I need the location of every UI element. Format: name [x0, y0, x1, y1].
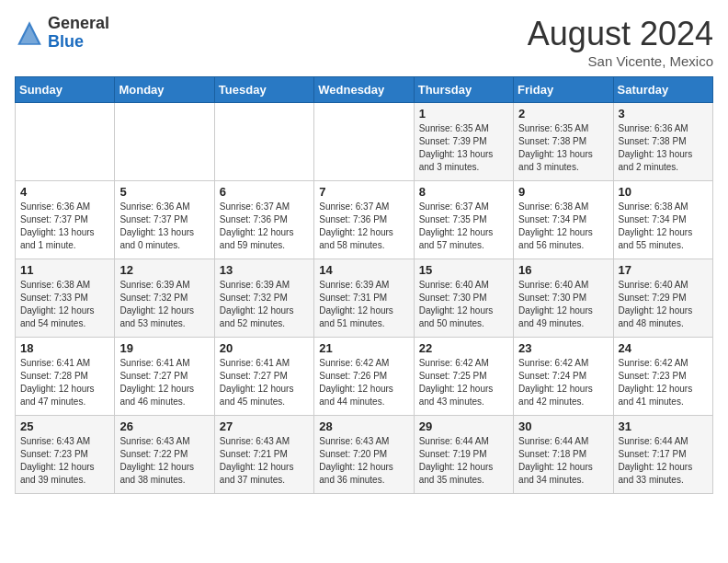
day-number: 3: [619, 107, 708, 121]
day-number: 18: [20, 341, 109, 355]
calendar-cell: 31Sunrise: 6:44 AM Sunset: 7:17 PM Dayli…: [613, 416, 712, 494]
day-detail: Sunrise: 6:41 AM Sunset: 7:27 PM Dayligh…: [119, 357, 209, 408]
col-header-monday: Monday: [115, 77, 214, 103]
location: San Vicente, Mexico: [528, 53, 713, 69]
calendar-week-4: 18Sunrise: 6:41 AM Sunset: 7:28 PM Dayli…: [16, 338, 713, 416]
day-detail: Sunrise: 6:44 AM Sunset: 7:19 PM Dayligh…: [419, 435, 508, 487]
day-number: 22: [419, 341, 508, 355]
day-number: 13: [220, 263, 309, 277]
day-number: 14: [319, 263, 408, 277]
day-detail: Sunrise: 6:43 AM Sunset: 7:23 PM Dayligh…: [20, 435, 109, 487]
day-number: 4: [20, 185, 109, 199]
col-header-friday: Friday: [514, 77, 613, 103]
calendar-cell: 25Sunrise: 6:43 AM Sunset: 7:23 PM Dayli…: [16, 416, 115, 494]
calendar-cell: 23Sunrise: 6:42 AM Sunset: 7:24 PM Dayli…: [514, 338, 613, 416]
day-detail: Sunrise: 6:44 AM Sunset: 7:18 PM Dayligh…: [518, 435, 608, 487]
day-detail: Sunrise: 6:43 AM Sunset: 7:21 PM Dayligh…: [220, 435, 309, 487]
calendar-cell: 1Sunrise: 6:35 AM Sunset: 7:39 PM Daylig…: [414, 103, 513, 181]
calendar-cell: 4Sunrise: 6:36 AM Sunset: 7:37 PM Daylig…: [16, 181, 115, 259]
day-number: 23: [518, 341, 608, 355]
calendar-week-1: 1Sunrise: 6:35 AM Sunset: 7:39 PM Daylig…: [16, 103, 713, 181]
day-number: 26: [119, 419, 209, 433]
day-detail: Sunrise: 6:42 AM Sunset: 7:23 PM Dayligh…: [619, 357, 708, 408]
calendar-cell: 2Sunrise: 6:35 AM Sunset: 7:38 PM Daylig…: [514, 103, 613, 181]
day-detail: Sunrise: 6:44 AM Sunset: 7:17 PM Dayligh…: [619, 435, 708, 487]
calendar-cell: [314, 103, 414, 181]
day-detail: Sunrise: 6:37 AM Sunset: 7:36 PM Dayligh…: [220, 201, 309, 252]
calendar-cell: 9Sunrise: 6:38 AM Sunset: 7:34 PM Daylig…: [514, 181, 613, 259]
day-number: 29: [419, 419, 508, 433]
calendar-cell: 21Sunrise: 6:42 AM Sunset: 7:26 PM Dayli…: [314, 338, 414, 416]
calendar-week-2: 4Sunrise: 6:36 AM Sunset: 7:37 PM Daylig…: [16, 181, 713, 259]
calendar-cell: 14Sunrise: 6:39 AM Sunset: 7:31 PM Dayli…: [314, 259, 414, 338]
calendar-cell: [214, 103, 313, 181]
calendar-header-row: SundayMondayTuesdayWednesdayThursdayFrid…: [16, 77, 713, 103]
calendar-week-3: 11Sunrise: 6:38 AM Sunset: 7:33 PM Dayli…: [16, 259, 713, 338]
calendar-cell: 13Sunrise: 6:39 AM Sunset: 7:32 PM Dayli…: [214, 259, 313, 338]
col-header-thursday: Thursday: [414, 77, 513, 103]
calendar-cell: 18Sunrise: 6:41 AM Sunset: 7:28 PM Dayli…: [16, 338, 115, 416]
day-number: 1: [419, 107, 508, 121]
calendar-cell: 19Sunrise: 6:41 AM Sunset: 7:27 PM Dayli…: [115, 338, 214, 416]
calendar-table: SundayMondayTuesdayWednesdayThursdayFrid…: [15, 76, 713, 494]
calendar-cell: 15Sunrise: 6:40 AM Sunset: 7:30 PM Dayli…: [414, 259, 513, 338]
day-detail: Sunrise: 6:42 AM Sunset: 7:25 PM Dayligh…: [419, 357, 508, 408]
day-number: 7: [319, 185, 408, 199]
day-detail: Sunrise: 6:38 AM Sunset: 7:33 PM Dayligh…: [20, 279, 109, 330]
day-number: 8: [419, 185, 508, 199]
day-number: 9: [518, 185, 608, 199]
day-detail: Sunrise: 6:36 AM Sunset: 7:37 PM Dayligh…: [119, 201, 209, 252]
calendar-cell: 3Sunrise: 6:36 AM Sunset: 7:38 PM Daylig…: [613, 103, 712, 181]
month-year: August 2024: [528, 15, 713, 53]
day-detail: Sunrise: 6:41 AM Sunset: 7:27 PM Dayligh…: [220, 357, 309, 408]
logo: General Blue: [15, 15, 109, 52]
calendar-cell: 10Sunrise: 6:38 AM Sunset: 7:34 PM Dayli…: [613, 181, 712, 259]
calendar-cell: 7Sunrise: 6:37 AM Sunset: 7:36 PM Daylig…: [314, 181, 414, 259]
calendar-cell: 26Sunrise: 6:43 AM Sunset: 7:22 PM Dayli…: [115, 416, 214, 494]
day-number: 25: [20, 419, 109, 433]
calendar-week-5: 25Sunrise: 6:43 AM Sunset: 7:23 PM Dayli…: [16, 416, 713, 494]
day-detail: Sunrise: 6:35 AM Sunset: 7:38 PM Dayligh…: [518, 122, 608, 174]
day-number: 24: [619, 341, 708, 355]
day-number: 10: [619, 185, 708, 199]
calendar-cell: 8Sunrise: 6:37 AM Sunset: 7:35 PM Daylig…: [414, 181, 513, 259]
calendar-cell: 11Sunrise: 6:38 AM Sunset: 7:33 PM Dayli…: [16, 259, 115, 338]
day-number: 28: [319, 419, 408, 433]
logo-blue: Blue: [48, 32, 84, 51]
day-detail: Sunrise: 6:43 AM Sunset: 7:20 PM Dayligh…: [319, 435, 408, 487]
day-detail: Sunrise: 6:42 AM Sunset: 7:26 PM Dayligh…: [319, 357, 408, 408]
title-block: August 2024 San Vicente, Mexico: [528, 15, 713, 69]
day-detail: Sunrise: 6:38 AM Sunset: 7:34 PM Dayligh…: [619, 201, 708, 252]
day-number: 6: [220, 185, 309, 199]
day-detail: Sunrise: 6:41 AM Sunset: 7:28 PM Dayligh…: [20, 357, 109, 408]
day-number: 5: [119, 185, 209, 199]
col-header-wednesday: Wednesday: [314, 77, 414, 103]
calendar-cell: 16Sunrise: 6:40 AM Sunset: 7:30 PM Dayli…: [514, 259, 613, 338]
day-detail: Sunrise: 6:42 AM Sunset: 7:24 PM Dayligh…: [518, 357, 608, 408]
day-detail: Sunrise: 6:37 AM Sunset: 7:35 PM Dayligh…: [419, 201, 508, 252]
day-detail: Sunrise: 6:39 AM Sunset: 7:32 PM Dayligh…: [220, 279, 309, 330]
day-detail: Sunrise: 6:35 AM Sunset: 7:39 PM Dayligh…: [419, 122, 508, 174]
day-detail: Sunrise: 6:40 AM Sunset: 7:29 PM Dayligh…: [619, 279, 708, 330]
day-number: 15: [419, 263, 508, 277]
calendar-cell: [115, 103, 214, 181]
day-detail: Sunrise: 6:36 AM Sunset: 7:38 PM Dayligh…: [619, 122, 708, 174]
calendar-cell: 12Sunrise: 6:39 AM Sunset: 7:32 PM Dayli…: [115, 259, 214, 338]
day-number: 17: [619, 263, 708, 277]
day-number: 21: [319, 341, 408, 355]
col-header-tuesday: Tuesday: [214, 77, 313, 103]
calendar-cell: 28Sunrise: 6:43 AM Sunset: 7:20 PM Dayli…: [314, 416, 414, 494]
day-number: 19: [119, 341, 209, 355]
logo-text: General Blue: [48, 15, 109, 52]
calendar-cell: 5Sunrise: 6:36 AM Sunset: 7:37 PM Daylig…: [115, 181, 214, 259]
day-number: 31: [619, 419, 708, 433]
col-header-saturday: Saturday: [613, 77, 712, 103]
day-number: 2: [518, 107, 608, 121]
calendar-cell: 17Sunrise: 6:40 AM Sunset: 7:29 PM Dayli…: [613, 259, 712, 338]
day-detail: Sunrise: 6:39 AM Sunset: 7:32 PM Dayligh…: [119, 279, 209, 330]
day-detail: Sunrise: 6:39 AM Sunset: 7:31 PM Dayligh…: [319, 279, 408, 330]
day-detail: Sunrise: 6:40 AM Sunset: 7:30 PM Dayligh…: [518, 279, 608, 330]
day-number: 12: [119, 263, 209, 277]
page-header: General Blue August 2024 San Vicente, Me…: [15, 15, 713, 69]
calendar-cell: 29Sunrise: 6:44 AM Sunset: 7:19 PM Dayli…: [414, 416, 513, 494]
